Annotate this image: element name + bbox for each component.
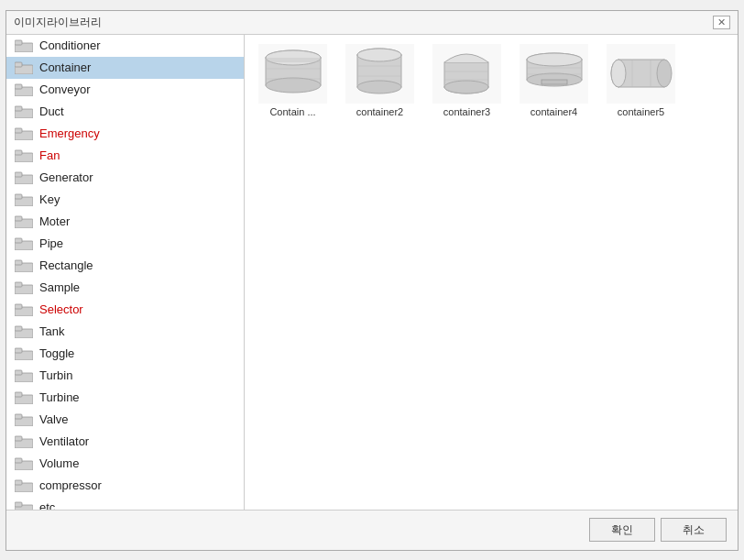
svg-rect-23 <box>15 282 22 287</box>
list-item-label: Sample <box>39 280 80 294</box>
window-title: 이미지라이브러리 <box>14 15 102 30</box>
image-thumbnail <box>520 44 588 104</box>
svg-rect-43 <box>15 502 22 507</box>
svg-rect-37 <box>15 436 22 441</box>
svg-point-69 <box>527 53 582 66</box>
svg-rect-72 <box>542 80 567 84</box>
svg-rect-39 <box>15 458 22 463</box>
list-item-label: Duct <box>39 104 64 118</box>
list-item[interactable]: Conditioner <box>6 35 244 57</box>
svg-rect-29 <box>15 348 22 353</box>
list-item-label: Conveyor <box>39 82 91 96</box>
list-item[interactable]: Container <box>6 57 244 79</box>
image-item[interactable]: container4 <box>515 44 593 117</box>
list-item[interactable]: etc <box>6 497 244 510</box>
svg-rect-33 <box>15 392 22 397</box>
folder-icon <box>14 368 34 384</box>
footer: 확인 취소 <box>6 510 738 550</box>
folder-icon <box>14 456 34 472</box>
svg-point-76 <box>611 60 626 87</box>
folder-icon <box>14 236 34 252</box>
image-thumbnail <box>258 44 327 104</box>
image-label: container3 <box>443 106 490 117</box>
list-item-label: compressor <box>39 478 102 492</box>
category-list[interactable]: Conditioner Container Conveyor Duct Emer… <box>6 35 244 510</box>
folder-icon <box>14 346 34 362</box>
svg-point-63 <box>444 81 488 93</box>
list-item[interactable]: Pipe <box>6 233 244 255</box>
svg-rect-35 <box>15 414 22 419</box>
image-label: Contain ... <box>269 106 315 117</box>
image-label: container4 <box>531 106 577 117</box>
svg-rect-17 <box>15 216 22 221</box>
image-label: container5 <box>618 106 664 117</box>
folder-icon <box>14 500 34 510</box>
confirm-button[interactable]: 확인 <box>589 518 655 542</box>
left-panel: Conditioner Container Conveyor Duct Emer… <box>6 35 245 510</box>
svg-rect-25 <box>15 304 22 309</box>
folder-icon <box>14 192 34 208</box>
list-item[interactable]: compressor <box>6 475 244 497</box>
list-item[interactable]: Generator <box>6 167 244 189</box>
cancel-button[interactable]: 취소 <box>661 518 727 542</box>
svg-rect-27 <box>15 326 22 331</box>
list-item-label: Pipe <box>39 236 63 250</box>
list-item[interactable]: Volume <box>6 453 244 475</box>
list-item-label: Valve <box>39 412 69 426</box>
list-item[interactable]: Ventilator <box>6 431 244 453</box>
close-button[interactable]: ✕ <box>713 16 730 29</box>
folder-icon <box>14 412 34 428</box>
folder-icon <box>14 82 34 98</box>
list-item-label: Generator <box>39 170 93 184</box>
folder-icon <box>14 280 34 296</box>
list-item-label: Volume <box>39 456 79 470</box>
list-item[interactable]: Key <box>6 189 244 211</box>
list-item[interactable]: Tank <box>6 321 244 343</box>
list-item-label: Selector <box>39 302 83 316</box>
list-item[interactable]: Turbine <box>6 387 244 409</box>
svg-rect-41 <box>15 480 22 485</box>
image-grid: Contain ... container2 container3 <box>254 44 728 117</box>
list-item[interactable]: Selector <box>6 299 244 321</box>
svg-rect-5 <box>15 84 22 89</box>
svg-point-50 <box>266 78 321 93</box>
list-item[interactable]: Fan <box>6 145 244 167</box>
folder-icon <box>14 38 34 54</box>
svg-rect-7 <box>15 106 22 111</box>
list-item[interactable]: Turbin <box>6 365 244 387</box>
list-item-label: Rectangle <box>39 258 93 272</box>
list-item[interactable]: Sample <box>6 277 244 299</box>
svg-point-75 <box>657 60 672 87</box>
list-item-label: Fan <box>39 148 60 162</box>
list-item[interactable]: Valve <box>6 409 244 431</box>
list-item-label: Toggle <box>39 346 74 360</box>
svg-rect-13 <box>15 172 22 177</box>
list-item[interactable]: Toggle <box>6 343 244 365</box>
image-item[interactable]: container2 <box>341 44 419 117</box>
image-thumbnail <box>607 44 675 104</box>
svg-rect-3 <box>15 62 22 67</box>
svg-rect-9 <box>15 128 22 133</box>
image-item[interactable]: container3 <box>428 44 506 117</box>
list-item-label: Turbine <box>39 390 80 404</box>
list-item[interactable]: Rectangle <box>6 255 244 277</box>
folder-icon <box>14 126 34 142</box>
list-item[interactable]: Duct <box>6 101 244 123</box>
folder-icon <box>14 390 34 406</box>
folder-icon <box>14 60 34 76</box>
list-item-label: Tank <box>39 324 64 338</box>
svg-point-57 <box>357 81 401 93</box>
list-item-label: Ventilator <box>39 434 89 448</box>
list-item[interactable]: Emergency <box>6 123 244 145</box>
list-item[interactable]: Conveyor <box>6 79 244 101</box>
list-item-label: Emergency <box>39 126 100 140</box>
svg-rect-31 <box>15 370 22 375</box>
folder-icon <box>14 148 34 164</box>
right-panel: Contain ... container2 container3 <box>245 35 738 510</box>
svg-rect-11 <box>15 150 22 155</box>
svg-rect-15 <box>15 194 22 199</box>
image-item[interactable]: Contain ... <box>254 44 332 117</box>
image-thumbnail <box>432 44 501 104</box>
list-item[interactable]: Moter <box>6 211 244 233</box>
image-item[interactable]: container5 <box>602 44 680 117</box>
